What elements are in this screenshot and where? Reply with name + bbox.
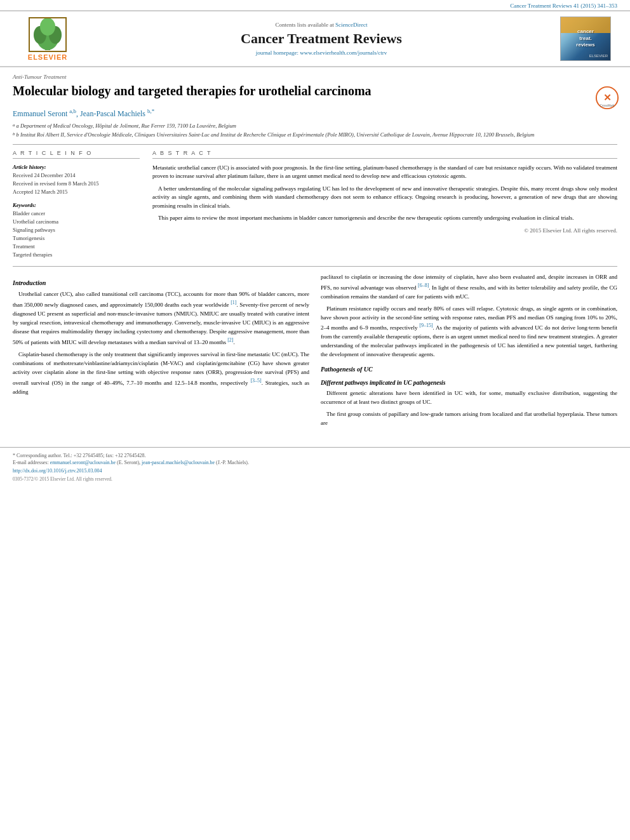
article-info-column: A R T I C L E I N F O Article history: R… (13, 150, 140, 260)
abstract-text: Metastatic urothelial cancer (UC) is ass… (152, 164, 617, 236)
keywords-title: Keywords: (13, 202, 140, 208)
homepage-url[interactable]: www.elsevierhealth.com/journals/ctrv (300, 50, 387, 56)
journal-header: ELSEVIER Contents lists available at Sci… (0, 10, 630, 67)
abstract-para-1: Metastatic urothelial cancer (UC) is ass… (152, 164, 617, 181)
journal-homepage: journal homepage: www.elsevierhealth.com… (89, 50, 554, 56)
abstract-header: A B S T R A C T (152, 150, 617, 159)
body-col-left: Introduction Urothelial cancer (UC), als… (13, 273, 309, 431)
body-divider (13, 266, 617, 267)
article-section-label: Anti-Tumour Treatment (13, 74, 617, 80)
author-seront: Emmanuel Seront (13, 109, 69, 118)
abstract-para-2: A better understanding of the molecular … (152, 185, 617, 211)
keyword-1: Bladder cancer (13, 210, 140, 218)
email2-note: (J.-P. Machiels). (216, 460, 249, 465)
article-content: Anti-Tumour Treatment Molecular biology … (0, 67, 630, 437)
keyword-2: Urothelial carcinoma (13, 218, 140, 226)
article-meta-row: A R T I C L E I N F O Article history: R… (13, 150, 617, 260)
journal-title-area: Contents lists available at ScienceDirec… (83, 22, 560, 56)
issn-line: 0305-7372/© 2015 Elsevier Ltd. All right… (13, 476, 617, 482)
body-col-right: paclitaxel to cisplatin or increasing th… (321, 273, 617, 431)
sciencedirect-line: Contents lists available at ScienceDirec… (89, 22, 554, 28)
crossmark-badge[interactable]: ✕ CrossMark (595, 86, 617, 108)
journal-thumbnail-area: cancertreat.reviews ELSEVIER (560, 17, 617, 61)
body-para-5: Different genetic alterations have been … (321, 389, 617, 407)
body-content: Introduction Urothelial cancer (UC), als… (13, 273, 617, 431)
copyright-line: © 2015 Elsevier Ltd. All rights reserved… (152, 227, 617, 236)
pathways-subheading: Different pathways implicated in UC path… (321, 378, 617, 388)
body-para-6: The first group consists of papillary an… (321, 410, 617, 428)
affiliations: a a Department of Medical Oncology, Hôpi… (13, 123, 617, 139)
history-title: Article history: (13, 164, 140, 170)
svg-point-4 (40, 18, 55, 36)
email-addresses: E-mail addresses: emmanuel.seront@uclouv… (13, 460, 617, 465)
email1-note: (E. Seront), (117, 460, 140, 465)
thumbnail-text: cancertreat.reviews (576, 29, 594, 48)
ref-9-15[interactable]: [9–15] (419, 323, 432, 328)
email2[interactable]: jean-pascal.machiels@uclouvain.be (142, 460, 215, 465)
ref-2[interactable]: [2] (227, 337, 233, 343)
affiliation-b: b b Institut Roi Albert II, Service d'On… (13, 131, 617, 139)
footer-links: http://dx.doi.org/10.1016/j.ctrv.2015.03… (13, 468, 617, 474)
keyword-3: Signaling pathways (13, 227, 140, 234)
pathogenesis-heading: Pathogenesis of UC (321, 364, 617, 375)
publisher-logo-area: ELSEVIER (13, 17, 83, 61)
svg-text:✕: ✕ (603, 92, 612, 103)
abstract-column: A B S T R A C T Metastatic urothelial ca… (152, 150, 617, 260)
journal-thumbnail: cancertreat.reviews ELSEVIER (560, 17, 611, 61)
keyword-6: Targeted therapies (13, 251, 140, 259)
accepted-date: Accepted 12 March 2015 (13, 189, 140, 196)
ref-6-8[interactable]: [6–8] (418, 283, 429, 288)
intro-heading: Introduction (13, 278, 309, 288)
abstract-para-3: This paper aims to review the most impor… (152, 214, 617, 223)
affiliation-a: a a Department of Medical Oncology, Hôpi… (13, 123, 617, 130)
keyword-5: Treatment (13, 243, 140, 251)
sciencedirect-link[interactable]: ScienceDirect (335, 22, 367, 28)
journal-citation: Cancer Treatment Reviews 41 (2015) 341–3… (510, 3, 617, 9)
ref-3-5[interactable]: [3–5] (250, 378, 261, 383)
article-title: Molecular biology and targeted therapies… (13, 83, 372, 99)
elsevier-tree-icon (29, 17, 67, 52)
revised-date: Received in revised form 8 March 2015 (13, 180, 140, 188)
elsevier-logo: ELSEVIER (13, 17, 83, 61)
svg-text:CrossMark: CrossMark (600, 104, 615, 107)
article-footer: * Corresponding author. Tel.: +32 276454… (0, 447, 630, 485)
email1[interactable]: emmanuel.seront@uclouvain.be (50, 460, 116, 465)
journal-citation-bar: Cancer Treatment Reviews 41 (2015) 341–3… (0, 0, 630, 10)
title-row: Molecular biology and targeted therapies… (13, 83, 617, 108)
authors-line: Emmanuel Seront a,b, Jean-Pascal Machiel… (13, 108, 617, 119)
email-label: E-mail addresses: (13, 460, 49, 465)
body-para-4: Platinum resistance rapidly occurs and n… (321, 305, 617, 360)
crossmark-icon: ✕ CrossMark (595, 86, 619, 110)
keyword-4: Tumorigenesis (13, 235, 140, 243)
doi-link[interactable]: http://dx.doi.org/10.1016/j.ctrv.2015.03… (13, 468, 102, 474)
article-info-header: A R T I C L E I N F O (13, 150, 140, 159)
section-divider (13, 144, 617, 145)
received-date: Received 24 December 2014 (13, 172, 140, 180)
body-para-1: Urothelial cancer (UC), also called tran… (13, 290, 309, 347)
elsevier-wordmark: ELSEVIER (28, 53, 67, 61)
corresponding-author: * Corresponding author. Tel.: +32 276454… (13, 453, 617, 458)
body-para-2: Cisplatin-based chemotherapy is the only… (13, 350, 309, 397)
ref-1[interactable]: [1] (231, 300, 236, 305)
keywords-section: Keywords: Bladder cancer Urothelial carc… (13, 202, 140, 258)
body-para-3: paclitaxel to cisplatin or increasing th… (321, 273, 617, 302)
journal-title: Cancer Treatment Reviews (89, 30, 554, 47)
